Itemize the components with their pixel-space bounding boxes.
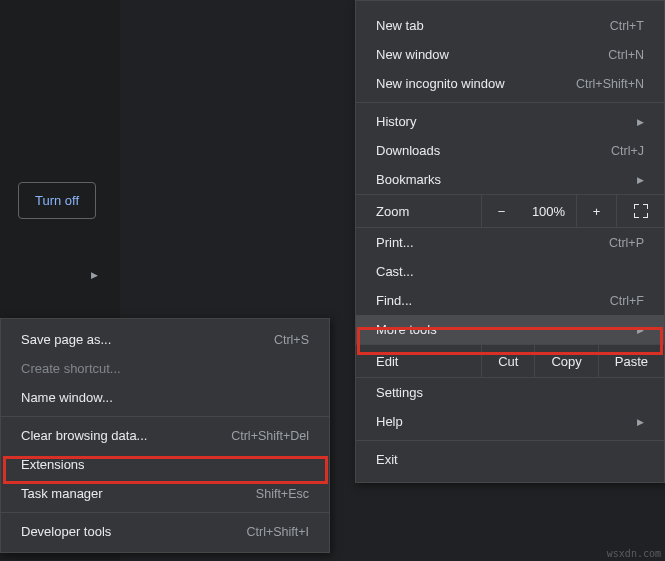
fullscreen-icon [634, 204, 648, 218]
edit-label: Edit [376, 354, 481, 369]
paste-button[interactable]: Paste [598, 345, 664, 377]
menu-history[interactable]: History ▶ [356, 107, 664, 136]
menu-find[interactable]: Find... Ctrl+F [356, 286, 664, 315]
menu-label: Find... [376, 293, 610, 308]
menu-label: New window [376, 47, 608, 62]
menu-new-window[interactable]: New window Ctrl+N [356, 40, 664, 69]
separator [1, 512, 329, 513]
watermark: wsxdn.com [607, 548, 661, 559]
menu-more-tools[interactable]: More tools ▶ [356, 315, 664, 344]
menu-label: Clear browsing data... [21, 428, 231, 443]
menu-label: Print... [376, 235, 609, 250]
menu-shortcut: Ctrl+J [611, 144, 644, 158]
menu-label: New tab [376, 18, 610, 33]
menu-label: Help [376, 414, 629, 429]
turn-off-button[interactable]: Turn off [18, 182, 96, 219]
menu-new-tab[interactable]: New tab Ctrl+T [356, 11, 664, 40]
more-tools-submenu: Save page as... Ctrl+S Create shortcut..… [0, 318, 330, 553]
edit-row: Edit Cut Copy Paste [356, 344, 664, 378]
menu-cast[interactable]: Cast... [356, 257, 664, 286]
menu-label: Extensions [21, 457, 309, 472]
menu-label: Exit [376, 452, 644, 467]
separator [1, 416, 329, 417]
menu-settings[interactable]: Settings [356, 378, 664, 407]
menu-bookmarks[interactable]: Bookmarks ▶ [356, 165, 664, 194]
submenu-indicator-icon: ▶ [91, 270, 98, 280]
menu-shortcut: Ctrl+Shift+N [576, 77, 644, 91]
menu-shortcut: Ctrl+T [610, 19, 644, 33]
menu-new-incognito[interactable]: New incognito window Ctrl+Shift+N [356, 69, 664, 98]
menu-label: Cast... [376, 264, 644, 279]
menu-shortcut: Ctrl+Shift+Del [231, 429, 309, 443]
menu-downloads[interactable]: Downloads Ctrl+J [356, 136, 664, 165]
submenu-save-page[interactable]: Save page as... Ctrl+S [1, 325, 329, 354]
menu-label: History [376, 114, 629, 129]
menu-label: More tools [376, 322, 629, 337]
menu-label: Name window... [21, 390, 309, 405]
menu-shortcut: Ctrl+S [274, 333, 309, 347]
menu-print[interactable]: Print... Ctrl+P [356, 228, 664, 257]
chrome-main-menu: New tab Ctrl+T New window Ctrl+N New inc… [355, 0, 665, 483]
cut-button[interactable]: Cut [481, 345, 534, 377]
submenu-extensions[interactable]: Extensions [1, 450, 329, 479]
menu-label: Task manager [21, 486, 256, 501]
submenu-name-window[interactable]: Name window... [1, 383, 329, 412]
submenu-task-manager[interactable]: Task manager Shift+Esc [1, 479, 329, 508]
menu-label: Downloads [376, 143, 611, 158]
submenu-create-shortcut: Create shortcut... [1, 354, 329, 383]
zoom-value: 100% [521, 195, 576, 227]
menu-label: Developer tools [21, 524, 246, 539]
menu-exit[interactable]: Exit [356, 445, 664, 474]
separator [356, 440, 664, 441]
zoom-row: Zoom − 100% + [356, 194, 664, 228]
chevron-right-icon: ▶ [629, 175, 644, 185]
menu-shortcut: Ctrl+F [610, 294, 644, 308]
submenu-clear-browsing-data[interactable]: Clear browsing data... Ctrl+Shift+Del [1, 421, 329, 450]
menu-label: Settings [376, 385, 644, 400]
chevron-right-icon: ▶ [629, 117, 644, 127]
fullscreen-button[interactable] [616, 195, 664, 227]
menu-label: Create shortcut... [21, 361, 309, 376]
menu-help[interactable]: Help ▶ [356, 407, 664, 436]
menu-label: Bookmarks [376, 172, 629, 187]
submenu-developer-tools[interactable]: Developer tools Ctrl+Shift+I [1, 517, 329, 546]
menu-shortcut: Ctrl+P [609, 236, 644, 250]
zoom-in-button[interactable]: + [576, 195, 616, 227]
zoom-out-button[interactable]: − [481, 195, 521, 227]
menu-shortcut: Ctrl+N [608, 48, 644, 62]
menu-shortcut: Ctrl+Shift+I [246, 525, 309, 539]
separator [356, 102, 664, 103]
menu-label: New incognito window [376, 76, 576, 91]
chevron-right-icon: ▶ [629, 417, 644, 427]
menu-shortcut: Shift+Esc [256, 487, 309, 501]
copy-button[interactable]: Copy [534, 345, 597, 377]
chevron-right-icon: ▶ [629, 325, 644, 335]
menu-label: Save page as... [21, 332, 274, 347]
zoom-label: Zoom [376, 204, 481, 219]
